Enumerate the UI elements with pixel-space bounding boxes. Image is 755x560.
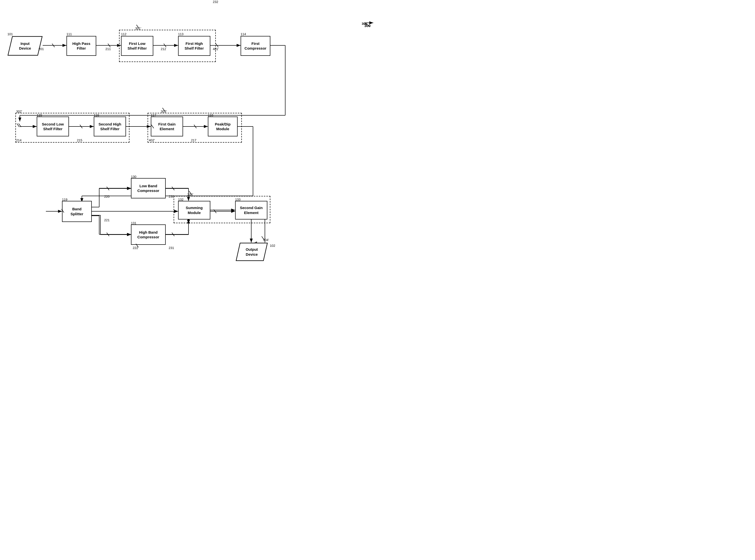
- second-low-shelf-label: Second LowShelf Filter: [42, 122, 64, 132]
- svg-line-43: [107, 187, 109, 190]
- second-gain-label: Second GainElement: [240, 205, 263, 215]
- first-low-shelf-block: First LowShelf Filter: [121, 36, 153, 56]
- svg-line-37: [216, 44, 218, 47]
- label-301: 301': [135, 26, 141, 30]
- high-band-comp-block: High BandCompressor: [131, 224, 166, 245]
- first-compressor-label: FirstCompressor: [244, 41, 266, 51]
- first-high-shelf-block: First HighShelf Filter: [178, 36, 210, 56]
- label-232: 232: [213, 0, 218, 4]
- input-device-label: InputDevice: [19, 41, 31, 51]
- label-230: 230: [168, 195, 174, 198]
- label-303: 303': [161, 109, 167, 113]
- label-116: 116: [94, 113, 99, 117]
- svg-line-35: [108, 44, 111, 47]
- summing-module-label: SummingModule: [186, 205, 203, 215]
- high-pass-filter-label: High PassFilter: [73, 41, 91, 51]
- label-113: 113: [178, 32, 183, 36]
- first-high-shelf-label: First HighShelf Filter: [184, 41, 204, 51]
- svg-line-46: [172, 233, 174, 236]
- low-band-comp-label: Low BandCompressor: [137, 183, 159, 193]
- second-high-shelf-block: Second HighShelf Filter: [94, 117, 126, 136]
- high-band-comp-label: High BandCompressor: [137, 230, 159, 240]
- svg-line-45: [107, 233, 109, 236]
- diagram-container: 300 InputDevice 101 201 High PassFilter …: [0, 0, 378, 280]
- first-gain-block: First GainElement: [151, 117, 183, 136]
- svg-line-44: [172, 187, 174, 190]
- label-112: 112: [121, 32, 126, 36]
- label-211: 211: [105, 47, 111, 51]
- label-132: 132: [178, 198, 183, 201]
- label-304b: 304': [263, 238, 269, 242]
- label-130: 130: [131, 175, 136, 179]
- second-high-shelf-label: Second HighShelf Filter: [98, 122, 121, 132]
- input-device-block: InputDevice: [7, 36, 43, 56]
- second-low-shelf-block: Second LowShelf Filter: [37, 117, 69, 136]
- label-302: 302': [16, 109, 22, 113]
- label-102: 102: [270, 244, 275, 247]
- first-gain-label: First GainElement: [158, 122, 176, 132]
- output-device-label: OutputDevice: [245, 247, 258, 257]
- output-device-block: OutputDevice: [236, 243, 268, 261]
- low-band-comp-block: Low BandCompressor: [131, 178, 166, 198]
- label-101: 101: [7, 32, 13, 36]
- label-214: 214: [16, 138, 22, 142]
- first-low-shelf-label: First LowShelf Filter: [127, 41, 147, 51]
- label-114: 114: [241, 32, 246, 36]
- label-217: 217: [191, 138, 196, 142]
- second-gain-block: Second GainElement: [235, 201, 267, 219]
- label-300: 300: [364, 24, 371, 28]
- svg-line-34: [52, 44, 55, 47]
- label-119: 119: [62, 198, 67, 201]
- label-215: 215: [77, 138, 82, 142]
- high-pass-filter-block: High PassFilter: [66, 36, 96, 56]
- label-118: 118: [208, 113, 213, 117]
- label-131: 131: [131, 221, 136, 225]
- label-117: 117: [151, 113, 156, 117]
- summing-module-block: SummingModule: [178, 201, 210, 219]
- label-304a: 304': [187, 193, 193, 196]
- label-231: 231: [168, 246, 174, 250]
- label-402: 402': [149, 138, 155, 142]
- peak-dip-block: Peak/DipModule: [208, 117, 238, 136]
- label-201: 201: [38, 47, 44, 51]
- band-splitter-label: BandSplitter: [71, 206, 83, 216]
- label-222: 222: [133, 246, 138, 250]
- first-compressor-block: FirstCompressor: [241, 36, 270, 56]
- label-115: 115: [37, 113, 42, 117]
- peak-dip-label: Peak/DipModule: [215, 122, 231, 132]
- label-111: 111: [66, 32, 72, 36]
- band-splitter-block: BandSplitter: [62, 201, 92, 222]
- label-133: 133: [235, 198, 241, 201]
- label-401: 401': [213, 47, 219, 51]
- label-212: 212: [161, 47, 166, 51]
- label-220: 220: [104, 195, 110, 198]
- label-221: 221: [104, 218, 110, 222]
